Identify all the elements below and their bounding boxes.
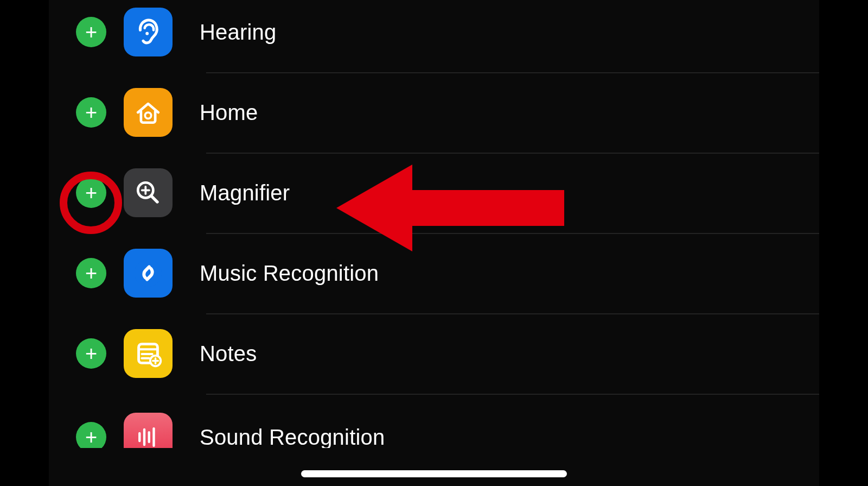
svg-point-1 bbox=[145, 112, 151, 118]
list-item-sound-recognition[interactable]: + Sound Recognition bbox=[76, 394, 819, 448]
plus-icon: + bbox=[85, 263, 97, 283]
svg-line-3 bbox=[151, 196, 157, 202]
list-item-hearing[interactable]: + Hearing bbox=[76, 0, 819, 72]
row-divider bbox=[206, 233, 819, 234]
shazam-icon bbox=[124, 249, 173, 298]
list-item-home[interactable]: + Home bbox=[76, 72, 819, 153]
svg-point-6 bbox=[135, 260, 162, 287]
list-item-label: Home bbox=[200, 100, 258, 125]
add-button-magnifier[interactable]: + bbox=[76, 178, 106, 208]
row-divider bbox=[206, 153, 819, 154]
notes-icon bbox=[124, 329, 173, 378]
add-button-hearing[interactable]: + bbox=[76, 17, 106, 47]
add-button-home[interactable]: + bbox=[76, 97, 106, 128]
plus-icon: + bbox=[85, 182, 97, 203]
magnifier-plus-icon bbox=[124, 168, 173, 217]
svg-point-0 bbox=[145, 32, 149, 35]
ear-icon bbox=[124, 8, 173, 56]
list-item-label: Notes bbox=[200, 342, 257, 366]
row-divider bbox=[206, 313, 819, 314]
list-item-music-recognition[interactable]: + Music Recognition bbox=[76, 233, 819, 313]
plus-icon: + bbox=[85, 102, 97, 123]
control-center-add-list: + Hearing + bbox=[76, 0, 819, 448]
list-item-label: Sound Recognition bbox=[200, 425, 385, 449]
list-item-magnifier[interactable]: + Magnifier bbox=[76, 153, 819, 233]
add-button-music-recognition[interactable]: + bbox=[76, 258, 106, 288]
home-indicator[interactable] bbox=[301, 470, 567, 477]
plus-icon: + bbox=[85, 427, 97, 447]
settings-panel: + Hearing + bbox=[49, 0, 819, 486]
list-item-notes[interactable]: + Notes bbox=[76, 313, 819, 394]
waveform-icon bbox=[124, 413, 173, 448]
plus-icon: + bbox=[85, 343, 97, 364]
list-item-label: Music Recognition bbox=[200, 261, 379, 286]
add-button-notes[interactable]: + bbox=[76, 338, 106, 369]
list-item-label: Magnifier bbox=[200, 181, 290, 205]
house-icon bbox=[124, 88, 173, 137]
screenshot-stage: + Hearing + bbox=[0, 0, 868, 486]
row-divider bbox=[206, 394, 819, 395]
row-divider bbox=[206, 72, 819, 73]
plus-icon: + bbox=[85, 22, 97, 42]
add-button-sound-recognition[interactable]: + bbox=[76, 422, 106, 448]
list-item-label: Hearing bbox=[200, 20, 276, 45]
